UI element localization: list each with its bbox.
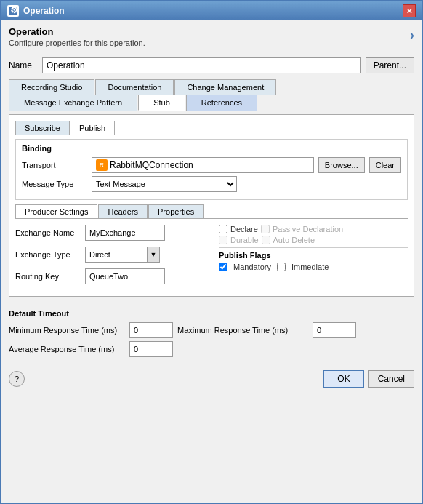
- mandatory-checkbox[interactable]: [219, 263, 227, 271]
- message-type-row: Message Type Text Message: [22, 176, 401, 192]
- tabs-row-2: Message Exchange Pattern Stub References: [9, 95, 414, 111]
- chevron-right-icon: ›: [410, 28, 414, 43]
- transport-row: Transport R RabbitMQConnection Browse...…: [22, 157, 401, 173]
- left-fields: Exchange Name Exchange Type ▼ Routing Ke…: [15, 225, 204, 290]
- declare-label: Declare: [230, 225, 258, 233]
- tab-producer-settings[interactable]: Producer Settings: [15, 204, 97, 218]
- cancel-button[interactable]: Cancel: [368, 370, 414, 388]
- exchange-name-input[interactable]: [85, 225, 165, 241]
- svg-text:⚙: ⚙: [10, 7, 17, 15]
- name-input[interactable]: [42, 57, 361, 73]
- mandatory-label: Mandatory: [233, 263, 271, 271]
- binding-section: Binding Transport R RabbitMQConnection B…: [15, 139, 408, 200]
- title-bar: ⚙ Operation ✕: [1, 1, 422, 20]
- action-buttons: OK Cancel: [323, 370, 414, 388]
- tab-headers[interactable]: Headers: [98, 204, 148, 218]
- binding-title: Binding: [22, 144, 401, 153]
- routing-key-input[interactable]: [85, 268, 165, 284]
- avg-response-input[interactable]: [129, 341, 173, 357]
- tab-documentation[interactable]: Documentation: [95, 79, 174, 95]
- browse-button[interactable]: Browse...: [318, 157, 365, 173]
- min-response-input[interactable]: [129, 322, 173, 338]
- right-flags: Declare Passive Declaration Durable Auto…: [219, 225, 408, 290]
- transport-value-field: R RabbitMQConnection: [92, 157, 314, 173]
- exchange-type-field: ▼: [85, 247, 160, 263]
- tab-properties[interactable]: Properties: [148, 204, 204, 218]
- help-button[interactable]: ?: [9, 371, 25, 387]
- header-section: Operation Configure properties for this …: [9, 26, 145, 52]
- page-description: Configure properties for this operation.: [9, 39, 145, 47]
- rabbitmq-icon: R: [96, 159, 108, 171]
- message-type-label: Message Type: [22, 180, 87, 188]
- immediate-checkbox[interactable]: [277, 263, 286, 271]
- routing-key-row: Routing Key: [15, 268, 204, 284]
- durable-label: Durable: [230, 236, 259, 244]
- producer-content: Exchange Name Exchange Type ▼ Routing Ke…: [15, 225, 408, 290]
- avg-response-row: Average Response Time (ms): [9, 341, 414, 357]
- exchange-type-dropdown-button[interactable]: ▼: [147, 247, 160, 263]
- min-response-label: Minimum Response Time (ms): [9, 326, 125, 335]
- name-label: Name: [9, 60, 38, 71]
- tab-message-exchange-pattern[interactable]: Message Exchange Pattern: [9, 95, 137, 111]
- transport-label: Transport: [22, 161, 87, 169]
- durable-checkbox[interactable]: [219, 236, 227, 244]
- separator: [219, 247, 408, 248]
- tab-recording-studio[interactable]: Recording Studio: [9, 79, 94, 95]
- window-icon: ⚙: [7, 5, 19, 17]
- default-timeout-title: Default Timeout: [9, 309, 414, 318]
- tab-references[interactable]: References: [186, 95, 257, 111]
- operation-dialog: ⚙ Operation ✕ Operation Configure proper…: [0, 0, 423, 504]
- tab-publish[interactable]: Publish: [70, 121, 115, 135]
- tab-subscribe[interactable]: Subscribe: [15, 121, 70, 135]
- max-response-input[interactable]: [313, 322, 356, 338]
- clear-button[interactable]: Clear: [369, 157, 401, 173]
- default-timeout-section: Default Timeout Minimum Response Time (m…: [9, 303, 414, 357]
- exchange-type-input[interactable]: [85, 247, 147, 263]
- declare-row: Declare Passive Declaration: [219, 225, 408, 233]
- title-bar-left: ⚙ Operation: [7, 5, 65, 17]
- immediate-label: Immediate: [291, 263, 329, 271]
- bottom-bar: ? OK Cancel: [1, 366, 422, 393]
- transport-text: RabbitMQConnection: [110, 160, 193, 170]
- window-title: Operation: [23, 6, 65, 16]
- publish-flags-title: Publish Flags: [219, 251, 408, 260]
- tab-change-management[interactable]: Change Management: [174, 79, 276, 95]
- passive-declaration-label: Passive Declaration: [273, 225, 343, 233]
- routing-key-label: Routing Key: [15, 272, 81, 281]
- exchange-type-row: Exchange Type ▼: [15, 247, 204, 263]
- exchange-type-label: Exchange Type: [15, 250, 81, 259]
- inner-panel: Subscribe Publish Binding Transport R Ra…: [9, 114, 414, 297]
- auto-delete-checkbox[interactable]: [262, 236, 270, 244]
- tab-stub[interactable]: Stub: [138, 95, 185, 111]
- exchange-name-label: Exchange Name: [15, 228, 81, 237]
- min-response-row: Minimum Response Time (ms) Maximum Respo…: [9, 322, 414, 338]
- message-type-select[interactable]: Text Message: [92, 176, 237, 192]
- flags-row: Mandatory Immediate: [219, 263, 408, 271]
- ok-button[interactable]: OK: [323, 370, 363, 388]
- parent-button[interactable]: Parent...: [366, 57, 414, 73]
- declare-checkbox[interactable]: [219, 225, 227, 233]
- close-button[interactable]: ✕: [403, 4, 416, 17]
- page-title: Operation: [9, 26, 145, 37]
- declare-group: Declare Passive Declaration Durable Auto…: [219, 225, 408, 244]
- exchange-name-row: Exchange Name: [15, 225, 204, 241]
- max-response-label: Maximum Response Time (ms): [177, 326, 308, 335]
- tabs-row-1: Recording Studio Documentation Change Ma…: [9, 79, 414, 95]
- auto-delete-label: Auto Delete: [273, 236, 315, 244]
- publish-flags-section: Publish Flags Mandatory Immediate: [219, 251, 408, 271]
- avg-response-label: Average Response Time (ms): [9, 345, 125, 353]
- producer-tabs: Producer Settings Headers Properties: [15, 204, 408, 219]
- main-content: Operation Configure properties for this …: [1, 20, 422, 366]
- passive-declaration-checkbox[interactable]: [261, 225, 270, 233]
- name-row: Name Parent...: [9, 57, 414, 73]
- durable-row: Durable Auto Delete: [219, 236, 408, 244]
- subscribe-publish-tabs: Subscribe Publish: [15, 121, 408, 135]
